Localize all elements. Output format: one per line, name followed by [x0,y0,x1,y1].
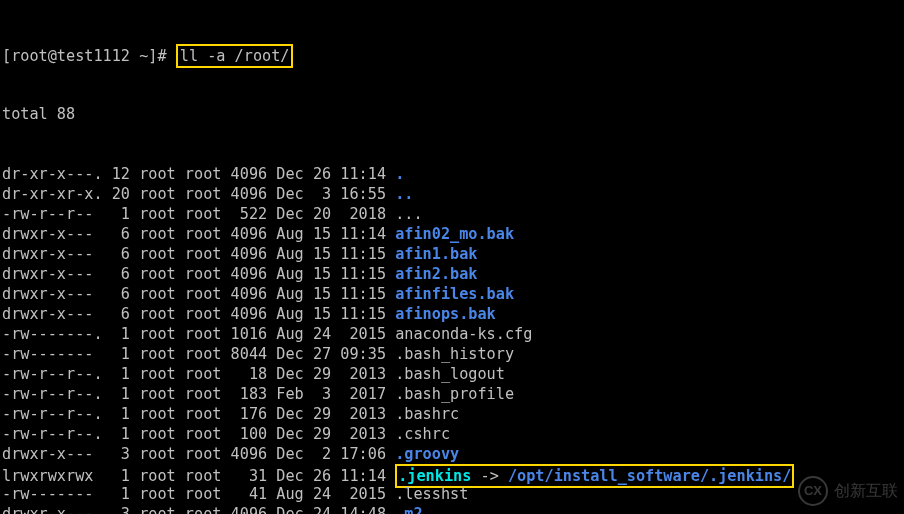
listing-row: -rw-r--r--. 1 root root 176 Dec 29 2013 … [2,404,902,424]
listing-row: drwxr-x--- 3 root root 4096 Dec 24 14:48… [2,504,902,514]
row-meta: -rw------- 1 root root 41 Aug 24 2015 [2,485,395,503]
row-meta: drwxr-x--- 6 root root 4096 Aug 15 11:15 [2,265,395,283]
listing-row: -rw------- 1 root root 8044 Dec 27 09:35… [2,344,902,364]
listing-row: -rw-r--r--. 1 root root 183 Feb 3 2017 .… [2,384,902,404]
row-meta: -rw-------. 1 root root 1016 Aug 24 2015 [2,325,395,343]
row-meta: -rw------- 1 root root 8044 Dec 27 09:35 [2,345,395,363]
file-name: .bash_history [395,345,514,363]
listing-row: drwxr-x--- 6 root root 4096 Aug 15 11:14… [2,224,902,244]
file-name: .bashrc [395,405,459,423]
listing-row: -rw-------. 1 root root 1016 Aug 24 2015… [2,324,902,344]
listing-row: lrwxrwxrwx 1 root root 31 Dec 26 11:14 .… [2,464,902,484]
file-listing: dr-xr-x---. 12 root root 4096 Dec 26 11:… [2,164,902,514]
watermark-logo: CX [798,476,828,506]
file-name: afin2.bak [395,265,477,283]
terminal-output[interactable]: [root@test1112 ~]# ll -a /root/ total 88… [0,0,904,514]
file-name: .m2 [395,505,422,514]
listing-row: drwxr-x--- 3 root root 4096 Dec 2 17:06 … [2,444,902,464]
listing-row: drwxr-x--- 6 root root 4096 Aug 15 11:15… [2,244,902,264]
row-meta: dr-xr-x---. 12 root root 4096 Dec 26 11:… [2,165,395,183]
command-highlight: ll -a /root/ [176,44,294,68]
file-name: .. [395,185,413,203]
prompt-line: [root@test1112 ~]# ll -a /root/ [2,44,902,64]
file-name: .groovy [395,445,459,463]
listing-row: -rw-r--r--. 1 root root 100 Dec 29 2013 … [2,424,902,444]
listing-row: drwxr-x--- 6 root root 4096 Aug 15 11:15… [2,284,902,304]
file-name: .lesshst [395,485,468,503]
row-meta: drwxr-x--- 6 root root 4096 Aug 15 11:14 [2,225,395,243]
row-meta: dr-xr-xr-x. 20 root root 4096 Dec 3 16:5… [2,185,395,203]
file-name: ... [395,205,422,223]
row-meta: drwxr-x--- 3 root root 4096 Dec 2 17:06 [2,445,395,463]
row-meta: drwxr-x--- 6 root root 4096 Aug 15 11:15 [2,245,395,263]
file-name: afin02_mo.bak [395,225,514,243]
row-meta: lrwxrwxrwx 1 root root 31 Dec 26 11:14 [2,467,395,485]
file-name: afin1.bak [395,245,477,263]
row-meta: drwxr-x--- 6 root root 4096 Aug 15 11:15 [2,305,395,323]
row-meta: -rw-r--r--. 1 root root 176 Dec 29 2013 [2,405,395,423]
listing-row: dr-xr-x---. 12 root root 4096 Dec 26 11:… [2,164,902,184]
listing-row: drwxr-x--- 6 root root 4096 Aug 15 11:15… [2,304,902,324]
listing-row: -rw-r--r--. 1 root root 18 Dec 29 2013 .… [2,364,902,384]
total-line: total 88 [2,104,902,124]
listing-row: drwxr-x--- 6 root root 4096 Aug 15 11:15… [2,264,902,284]
file-name: anaconda-ks.cfg [395,325,532,343]
link-target: /opt/install_software/.jenkins/ [508,467,791,485]
watermark-text: 创新互联 [834,481,898,501]
row-meta: -rw-r--r--. 1 root root 18 Dec 29 2013 [2,365,395,383]
row-meta: drwxr-x--- 3 root root 4096 Dec 24 14:48 [2,505,395,514]
row-meta: -rw-r--r--. 1 root root 100 Dec 29 2013 [2,425,395,443]
file-name: afinfiles.bak [395,285,514,303]
file-name: afinops.bak [395,305,496,323]
row-meta: drwxr-x--- 6 root root 4096 Aug 15 11:15 [2,285,395,303]
watermark: CX 创新互联 [798,476,898,506]
link-arrow: -> [471,467,508,485]
listing-row: -rw-r--r-- 1 root root 522 Dec 20 2018 .… [2,204,902,224]
file-name: .bash_profile [395,385,514,403]
command-text: ll -a /root/ [180,47,290,65]
file-name: .jenkins [398,467,471,485]
row-meta: -rw-r--r--. 1 root root 183 Feb 3 2017 [2,385,395,403]
listing-row: dr-xr-xr-x. 20 root root 4096 Dec 3 16:5… [2,184,902,204]
file-name: .cshrc [395,425,450,443]
file-name: . [395,165,404,183]
shell-prompt: [root@test1112 ~]# [2,47,167,65]
file-name: .bash_logout [395,365,505,383]
row-meta: -rw-r--r-- 1 root root 522 Dec 20 2018 [2,205,395,223]
